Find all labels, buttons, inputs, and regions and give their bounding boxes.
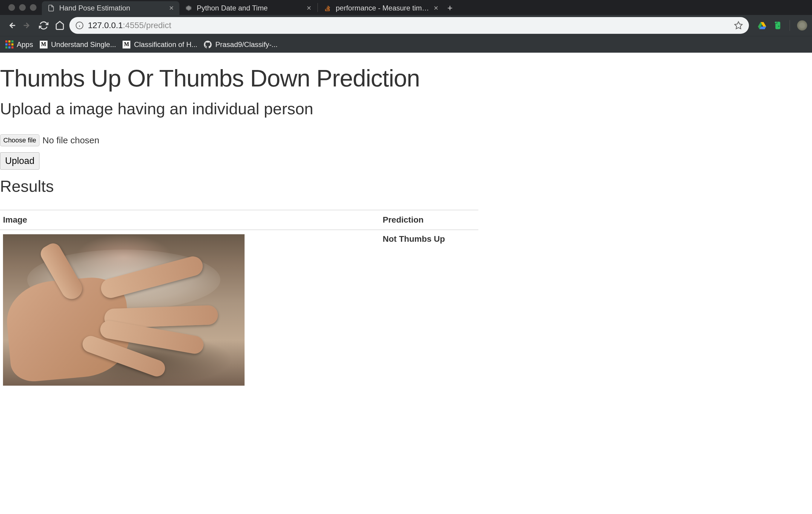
window-maximize-button[interactable]	[30, 4, 36, 11]
close-icon[interactable]: ✕	[307, 4, 312, 12]
tab-hand-pose[interactable]: Hand Pose Estimation ✕	[42, 1, 179, 15]
extensions-area	[752, 20, 807, 31]
url-bar[interactable]: 127.0.0.1:4555/predict	[69, 17, 749, 34]
github-icon	[204, 41, 212, 49]
bookmark-label: Understand Single...	[51, 40, 116, 49]
bookmark-label: Prasad9/Classify-...	[215, 40, 278, 49]
bookmark-prasad9[interactable]: Prasad9/Classify-...	[204, 40, 278, 49]
tabs-container: Hand Pose Estimation ✕ Python Date and T…	[42, 0, 456, 15]
bookmark-label: Apps	[17, 40, 33, 49]
tab-title: performance - Measure time el	[336, 4, 429, 12]
info-icon[interactable]	[75, 21, 84, 30]
url-host: 127.0.0.1	[88, 21, 123, 30]
window-close-button[interactable]	[8, 4, 15, 11]
tab-python-date[interactable]: Python Date and Time ✕	[179, 1, 317, 15]
file-status-text: No file chosen	[42, 135, 99, 145]
page-title: Thumbs Up Or Thumbs Down Prediction	[0, 64, 812, 92]
table-row: Not Thumbs Up	[0, 230, 478, 390]
svg-point-7	[778, 26, 779, 27]
forward-button[interactable]	[21, 19, 34, 32]
page-subtitle: Upload a image having an individual pers…	[0, 99, 812, 118]
medium-icon: M	[123, 41, 130, 49]
navigation-bar: 127.0.0.1:4555/predict	[0, 15, 812, 36]
tab-title: Hand Pose Estimation	[59, 4, 165, 12]
new-tab-button[interactable]: +	[444, 1, 456, 15]
results-heading: Results	[0, 177, 812, 195]
window-controls[interactable]	[3, 0, 42, 15]
bookmark-label: Classification of H...	[134, 40, 197, 49]
window-minimize-button[interactable]	[19, 4, 26, 11]
page-content: Thumbs Up Or Thumbs Down Prediction Uplo…	[0, 64, 812, 390]
evernote-icon[interactable]	[773, 21, 782, 30]
close-icon[interactable]: ✕	[434, 4, 439, 12]
url-text: 127.0.0.1:4555/predict	[88, 21, 171, 30]
medium-icon: M	[40, 41, 48, 49]
table-header-image: Image	[0, 210, 380, 230]
browser-chrome: Hand Pose Estimation ✕ Python Date and T…	[0, 0, 812, 53]
file-input-row: Choose file No file chosen	[0, 134, 812, 146]
tab-performance[interactable]: performance - Measure time el ✕	[318, 1, 444, 15]
svg-marker-6	[735, 22, 742, 29]
tab-strip: Hand Pose Estimation ✕ Python Date and T…	[0, 0, 812, 15]
close-icon[interactable]: ✕	[169, 4, 174, 12]
google-drive-icon[interactable]	[757, 21, 767, 30]
star-icon[interactable]	[734, 21, 743, 30]
table-header-row: Image Prediction	[0, 210, 478, 230]
table-cell-image	[0, 230, 380, 390]
url-path: /predict	[144, 21, 171, 30]
upload-button[interactable]: Upload	[0, 152, 39, 170]
bookmark-apps[interactable]: Apps	[5, 40, 33, 49]
hand-image	[3, 234, 244, 386]
python-icon	[185, 4, 193, 12]
apps-icon	[5, 41, 13, 49]
bookmark-classification[interactable]: M Classification of H...	[123, 40, 197, 49]
user-avatar[interactable]	[797, 20, 807, 30]
tab-title: Python Date and Time	[197, 4, 302, 12]
results-table: Image Prediction	[0, 210, 478, 390]
document-icon	[47, 4, 55, 12]
url-port: :4555	[123, 21, 144, 30]
svg-point-0	[187, 7, 190, 9]
home-button[interactable]	[53, 19, 66, 32]
table-header-prediction: Prediction	[380, 210, 478, 230]
bookmark-understand-single[interactable]: M Understand Single...	[40, 40, 116, 49]
bookmarks-bar: Apps M Understand Single... M Classifica…	[0, 36, 812, 53]
reload-button[interactable]	[37, 19, 50, 32]
table-cell-prediction: Not Thumbs Up	[380, 230, 478, 390]
stackoverflow-icon	[324, 4, 331, 12]
back-button[interactable]	[5, 19, 18, 32]
choose-file-button[interactable]: Choose file	[0, 134, 39, 146]
